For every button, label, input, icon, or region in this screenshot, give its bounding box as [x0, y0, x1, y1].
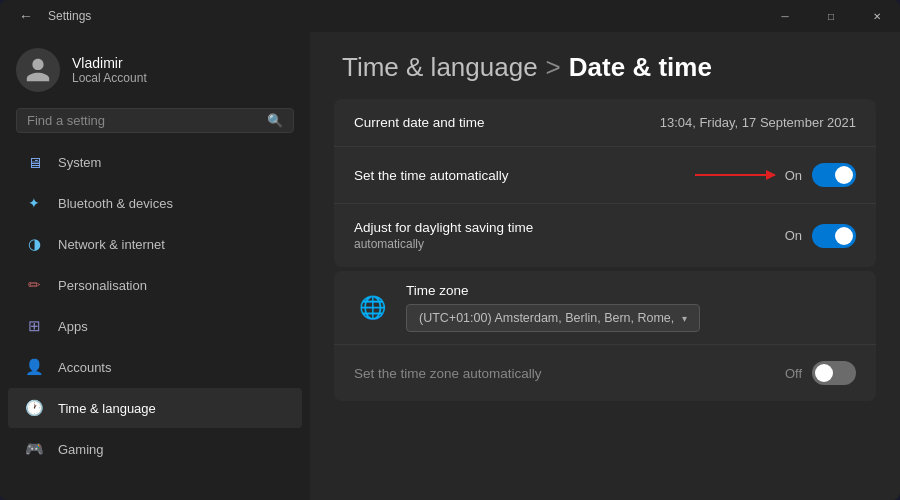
sidebar-item-bluetooth[interactable]: ✦ Bluetooth & devices [8, 183, 302, 223]
daylight-saving-toggle[interactable] [812, 224, 856, 248]
sidebar-item-time[interactable]: 🕐 Time & language [8, 388, 302, 428]
sidebar-item-label: Gaming [58, 442, 104, 457]
breadcrumb-separator: > [546, 52, 561, 83]
sidebar-item-label: System [58, 155, 101, 170]
sidebar-item-label: Bluetooth & devices [58, 196, 173, 211]
back-button[interactable]: ← [12, 2, 40, 30]
date-time-card: Current date and time 13:04, Friday, 17 … [334, 99, 876, 267]
set-time-auto-right: On [695, 163, 856, 187]
toggle-thumb [815, 364, 833, 382]
close-button[interactable]: ✕ [854, 0, 900, 32]
timezone-auto-label: Set the time zone automatically [354, 366, 542, 381]
user-role: Local Account [72, 71, 147, 85]
set-time-auto-value: On [785, 168, 802, 183]
sidebar-item-personalisation[interactable]: ✏ Personalisation [8, 265, 302, 305]
maximize-button[interactable]: □ [808, 0, 854, 32]
settings-list: Current date and time 13:04, Friday, 17 … [310, 99, 900, 500]
time-icon: 🕐 [24, 398, 44, 418]
apps-icon: ⊞ [24, 316, 44, 336]
arrow-line [695, 174, 775, 176]
timezone-card: 🌐 Time zone (UTC+01:00) Amsterdam, Berli… [334, 271, 876, 401]
sidebar-item-gaming[interactable]: 🎮 Gaming [8, 429, 302, 469]
personalisation-icon: ✏ [24, 275, 44, 295]
sidebar-item-label: Accounts [58, 360, 111, 375]
settings-window: ← Settings ─ □ ✕ Vl [0, 0, 900, 500]
sidebar-item-network[interactable]: ◑ Network & internet [8, 224, 302, 264]
timezone-content: Time zone (UTC+01:00) Amsterdam, Berlin,… [406, 283, 856, 332]
current-datetime-value: 13:04, Friday, 17 September 2021 [660, 115, 856, 130]
current-datetime-row: Current date and time 13:04, Friday, 17 … [334, 99, 876, 147]
avatar [16, 48, 60, 92]
title-bar: ← Settings ─ □ ✕ [0, 0, 900, 32]
search-box[interactable]: 🔍 [16, 108, 294, 133]
search-icon: 🔍 [267, 113, 283, 128]
timezone-auto-value: Off [785, 366, 802, 381]
sidebar-item-label: Personalisation [58, 278, 147, 293]
current-datetime-label: Current date and time [354, 115, 485, 130]
user-info: Vladimir Local Account [72, 55, 147, 85]
daylight-saving-right: On [785, 224, 856, 248]
main-layout: Vladimir Local Account 🔍 🖥 System ✦ Blue… [0, 32, 900, 500]
sidebar-item-accounts[interactable]: 👤 Accounts [8, 347, 302, 387]
sidebar-item-label: Apps [58, 319, 88, 334]
sidebar-item-label: Time & language [58, 401, 156, 416]
gaming-icon: 🎮 [24, 439, 44, 459]
timezone-auto-row: Set the time zone automatically Off [334, 345, 876, 401]
network-icon: ◑ [24, 234, 44, 254]
minimize-button[interactable]: ─ [762, 0, 808, 32]
timezone-chevron-icon: ▾ [682, 313, 687, 324]
timezone-value: (UTC+01:00) Amsterdam, Berlin, Bern, Rom… [419, 311, 674, 325]
timezone-auto-toggle[interactable] [812, 361, 856, 385]
window-controls: ─ □ ✕ [762, 0, 900, 32]
timezone-globe-icon: 🌐 [354, 290, 390, 326]
sidebar-item-apps[interactable]: ⊞ Apps [8, 306, 302, 346]
timezone-auto-right: Off [785, 361, 856, 385]
daylight-saving-row: Adjust for daylight saving time automati… [334, 204, 876, 267]
accounts-icon: 👤 [24, 357, 44, 377]
breadcrumb-parent: Time & language [342, 52, 538, 83]
set-time-auto-row: Set the time automatically On [334, 147, 876, 204]
timezone-row: 🌐 Time zone (UTC+01:00) Amsterdam, Berli… [334, 271, 876, 345]
content-header: Time & language > Date & time [310, 32, 900, 99]
system-icon: 🖥 [24, 152, 44, 172]
arrow-indicator [695, 174, 775, 176]
content-area: Time & language > Date & time Current da… [310, 32, 900, 500]
bluetooth-icon: ✦ [24, 193, 44, 213]
window-title: Settings [48, 9, 91, 23]
nav-list: 🖥 System ✦ Bluetooth & devices ◑ Network… [0, 141, 310, 492]
sidebar-item-label: Network & internet [58, 237, 165, 252]
timezone-dropdown[interactable]: (UTC+01:00) Amsterdam, Berlin, Bern, Rom… [406, 304, 700, 332]
sidebar: Vladimir Local Account 🔍 🖥 System ✦ Blue… [0, 32, 310, 500]
daylight-saving-labels: Adjust for daylight saving time automati… [354, 220, 533, 251]
daylight-saving-label: Adjust for daylight saving time [354, 220, 533, 235]
search-input[interactable] [27, 113, 259, 128]
breadcrumb-current: Date & time [569, 52, 712, 83]
sidebar-item-system[interactable]: 🖥 System [8, 142, 302, 182]
toggle-thumb [835, 166, 853, 184]
set-time-auto-toggle[interactable] [812, 163, 856, 187]
set-time-auto-label: Set the time automatically [354, 168, 509, 183]
breadcrumb: Time & language > Date & time [342, 52, 868, 83]
daylight-saving-sublabel: automatically [354, 237, 533, 251]
user-name: Vladimir [72, 55, 147, 71]
toggle-thumb [835, 227, 853, 245]
daylight-saving-value: On [785, 228, 802, 243]
user-section: Vladimir Local Account [0, 32, 310, 104]
timezone-title: Time zone [406, 283, 856, 298]
